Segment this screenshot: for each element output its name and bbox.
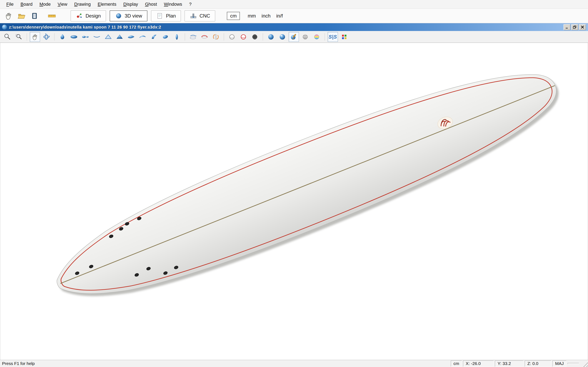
sphere-dark-icon[interactable] [250,32,260,42]
magnifier-rect-glyph [15,33,23,41]
toolbar-separator [185,33,185,41]
symmetry-view-icon[interactable]: S|S [328,32,338,42]
blade-glyph [173,33,181,41]
magnifier-glyph [3,33,11,41]
select-hand-tool-icon[interactable] [3,11,14,21]
blue-sphere-glyph [267,33,275,41]
wave-lens-glyph [127,33,135,41]
sphere-pencil-glyph [290,33,298,41]
blob-glyph [162,33,169,41]
slice-curve-icon[interactable] [126,32,136,42]
triangle-glyph [104,33,112,41]
sphere-outline-icon[interactable] [227,32,237,42]
unit-inf[interactable]: in/f [276,13,283,19]
menu-board[interactable]: Board [17,2,36,7]
board-3d-viewport[interactable] [0,43,588,360]
teardrop-glyph [59,33,66,41]
status-x-coordinate: X: -26.0 [463,360,494,367]
glossy-sphere-glyph [278,33,286,41]
status-y-coordinate: Y: 33.2 [495,360,523,367]
main-toolbar: Design 3D view Plan CNC cm mm inch in/f [0,8,588,23]
close-icon [580,25,585,29]
render-striped-icon[interactable] [300,32,310,42]
toolbar-separator [325,33,325,41]
menu-ghost[interactable]: Ghost [141,2,160,7]
outline-view-icon[interactable] [69,32,79,42]
flip-board-icon[interactable] [188,32,198,42]
zoom-in-icon[interactable] [2,32,12,42]
logo-paint-icon[interactable] [289,32,299,42]
menu-windows[interactable]: Windows [160,2,186,7]
book-glyph [30,12,39,20]
arc-glyph [93,33,101,41]
ellipse-glyph [70,33,78,41]
menu-view[interactable]: View [54,2,71,7]
triangle-outline-icon[interactable] [103,32,113,42]
status-bar: Press F1 for help cm X: -26.0 Y: 33.2 Z:… [0,360,588,367]
open-folder-icon[interactable] [16,11,27,21]
document-title-bar[interactable]: z:\users\dennery\downloads\nutella kami … [0,23,588,31]
teardrop-shape-icon[interactable] [57,32,68,42]
rocker-curve-icon[interactable] [92,32,102,42]
triangle-solid-icon[interactable] [114,32,125,42]
circle-dark-glyph [251,33,259,41]
save-board-icon[interactable] [29,11,40,21]
rotate-arrows-glyph [42,33,51,41]
toolbar-separator [263,33,263,41]
cnc-mode-button[interactable]: CNC [185,10,215,21]
menu-drawing[interactable]: Drawing [71,2,94,7]
unit-selector: cm mm inch in/f [227,12,286,20]
surfboard-3d-model[interactable] [42,44,574,328]
design-mode-button[interactable]: Design [71,10,106,21]
rotate-view-icon[interactable] [41,32,52,42]
yaw-arrow-glyph [200,33,208,41]
menu-file[interactable]: File [3,2,17,7]
toolbar-separator [224,33,224,41]
rotate-roll-icon[interactable] [211,32,221,42]
crescent-glyph [138,33,147,41]
board-3d-canvas[interactable] [0,43,588,360]
unit-inch[interactable]: inch [261,13,270,19]
resize-grip[interactable] [582,361,588,367]
menu-help[interactable]: ? [186,2,195,7]
fin-glyph [150,33,158,41]
ruler-glyph [48,12,56,20]
unit-mm[interactable]: mm [248,13,256,19]
color-squares-icon[interactable] [339,32,349,42]
circle-light-glyph [228,33,236,41]
window-controls [563,24,586,30]
minimize-icon [565,25,569,29]
minimize-button[interactable] [563,24,571,30]
measure-ruler-icon[interactable] [47,11,57,21]
double-ellipse-glyph [81,33,89,41]
rail-shape-icon[interactable] [160,32,171,42]
fin-shape-icon[interactable] [149,32,159,42]
shape3d-app: File Board Mode View Drawing Elements Di… [0,0,588,367]
restore-button[interactable] [571,24,578,30]
toolbar-separator [27,33,27,41]
zoom-window-icon[interactable] [14,32,24,42]
thickness-view-icon[interactable] [80,32,90,42]
triangle-solid-glyph [116,33,123,41]
pan-hand-icon[interactable] [30,32,40,42]
menu-mode[interactable]: Mode [36,2,54,7]
status-extra [568,363,579,364]
render-glossy-icon[interactable] [277,32,287,42]
menu-display[interactable]: Display [120,2,141,7]
3d-view-mode-button[interactable]: 3D view [110,10,147,21]
rotate-yaw-icon[interactable] [199,32,209,42]
hand-glyph [4,12,13,20]
close-button[interactable] [579,24,586,30]
crescent-curve-icon[interactable] [138,32,148,42]
folder-glyph [17,12,26,20]
unit-cm[interactable]: cm [227,12,240,20]
render-rainbow-icon[interactable] [311,32,322,42]
hand-glyph [31,33,39,41]
status-mode: MAJ [553,360,566,367]
cross-section-icon[interactable] [172,32,182,42]
plan-mode-button[interactable]: Plan [151,10,181,21]
render-shaded-icon[interactable] [266,32,276,42]
symmetry-label: S|S [329,34,337,40]
sphere-red-ring-icon[interactable] [238,32,249,42]
menu-elements[interactable]: Elements [94,2,120,7]
